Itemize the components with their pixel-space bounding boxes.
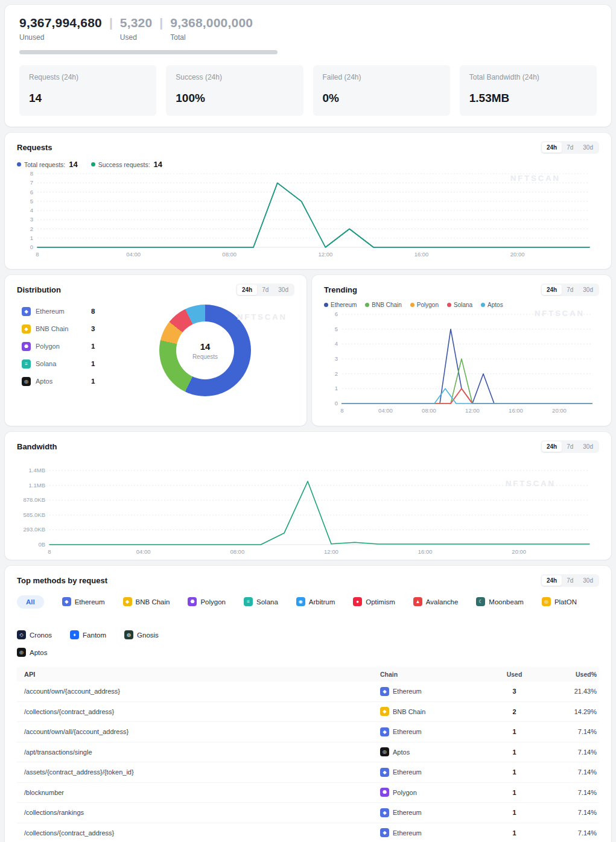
chain-filter-ethereum[interactable]: ◆Ethereum <box>62 594 105 609</box>
chain-filter-polygon[interactable]: ⬣Polygon <box>188 594 226 609</box>
legend-dot <box>447 303 451 307</box>
range-24h-button[interactable]: 24h <box>542 142 562 153</box>
svg-text:12:00: 12:00 <box>319 251 333 258</box>
legend-label: BNB Chain <box>372 302 401 308</box>
ethereum-icon: ◆ <box>380 828 389 837</box>
chain-filter-gnosis[interactable]: ◍Gnosis <box>124 627 159 642</box>
range-30d-button[interactable]: 30d <box>273 285 293 295</box>
svg-text:585.0KB: 585.0KB <box>24 511 45 518</box>
chain-filter-all[interactable]: All <box>17 595 44 609</box>
table-row: /collections/{contract_address}◆Ethereum… <box>17 823 599 842</box>
stat-label: Total Bandwidth (24h) <box>469 73 587 81</box>
bnb-chain-icon: ◆ <box>123 597 132 606</box>
chain-filter-cronos[interactable]: ◇Cronos <box>17 627 52 642</box>
chain-filter-row-2: ◎Aptos <box>17 645 599 660</box>
cell-used: 1 <box>483 789 546 796</box>
chain-name: Aptos <box>393 749 410 756</box>
range-24h-button[interactable]: 24h <box>542 575 562 586</box>
stat-value: 1.53MB <box>469 92 587 105</box>
svg-text:1.1MB: 1.1MB <box>29 482 45 489</box>
ethereum-icon: ◆ <box>380 768 389 777</box>
range-24h-button[interactable]: 24h <box>542 285 562 295</box>
range-7d-button[interactable]: 7d <box>257 285 273 295</box>
cell-used-pct: 14.29% <box>546 708 599 715</box>
stat-label: Requests (24h) <box>29 73 147 81</box>
range-24h-button[interactable]: 24h <box>237 285 257 295</box>
table-row: /collections/{contract_address}◆BNB Chai… <box>17 702 599 723</box>
range-7d-button[interactable]: 7d <box>562 575 578 586</box>
range-7d-button[interactable]: 7d <box>562 285 578 295</box>
legend-value: 14 <box>154 160 162 169</box>
range-30d-button[interactable]: 30d <box>578 575 598 586</box>
chain-count: 1 <box>91 378 95 385</box>
header-used: Used <box>483 671 546 678</box>
cell-used-pct: 7.14% <box>546 749 599 756</box>
bandwidth-panel: Bandwidth 24h7d30d 0B293.0KB585.0KB878.0… <box>5 432 611 560</box>
cell-used: 1 <box>483 829 546 837</box>
range-30d-button[interactable]: 30d <box>578 442 598 452</box>
svg-text:5: 5 <box>30 198 33 204</box>
chip-label: Cronos <box>30 632 52 639</box>
ethereum-icon: ◆ <box>380 808 389 817</box>
chain-name: Ethereum <box>36 308 91 315</box>
stat-cards: Requests (24h)14Success (24h)100%Failed … <box>19 65 597 116</box>
distribution-legend-item: ≡Solana1 <box>22 359 132 369</box>
range-7d-button[interactable]: 7d <box>562 142 578 153</box>
chip-label: Polygon <box>200 598 226 606</box>
svg-text:16:00: 16:00 <box>509 407 523 414</box>
moonbeam-icon: ☾ <box>476 597 485 606</box>
trending-legend-item: BNB Chain <box>365 302 401 308</box>
cell-chain: ◆BNB Chain <box>380 707 483 716</box>
chain-filter-platon[interactable]: ◎PlatON <box>542 594 577 609</box>
chip-label: Solana <box>256 598 278 606</box>
svg-text:1.4MB: 1.4MB <box>29 467 45 473</box>
svg-text:04:00: 04:00 <box>378 407 393 414</box>
chain-filter-aptos[interactable]: ◎Aptos <box>17 645 47 660</box>
summary-value: 9,368,000,000 <box>170 16 253 30</box>
svg-text:6: 6 <box>30 189 33 195</box>
cell-api: /apt/transactions/single <box>17 749 380 756</box>
cell-used-pct: 7.14% <box>546 728 599 735</box>
svg-text:12:00: 12:00 <box>324 548 338 555</box>
chain-name: Ethereum <box>393 768 422 776</box>
polygon-icon: ⬣ <box>380 788 389 797</box>
range-30d-button[interactable]: 30d <box>578 142 598 153</box>
chain-name: Aptos <box>36 378 91 385</box>
chain-filter-fantom[interactable]: ♦Fantom <box>70 627 106 642</box>
chain-filter-optimism[interactable]: ●Optimism <box>353 594 395 609</box>
svg-text:878.0KB: 878.0KB <box>24 496 45 503</box>
legend-dot <box>365 303 369 307</box>
chain-filter-moonbeam[interactable]: ☾Moonbeam <box>476 594 524 609</box>
polygon-icon: ⬣ <box>22 342 31 351</box>
trending-legend-item: Polygon <box>410 302 439 308</box>
legend-item: Total requests:14 <box>17 160 78 169</box>
svg-text:08:00: 08:00 <box>422 407 436 414</box>
table-row: /account/own/{account_address}◆Ethereum3… <box>17 682 599 702</box>
trending-range-toggle: 24h7d30d <box>541 283 599 296</box>
range-24h-button[interactable]: 24h <box>542 442 562 452</box>
trending-legend-item: Ethereum <box>324 302 357 308</box>
chip-label: Moonbeam <box>489 598 524 606</box>
range-7d-button[interactable]: 7d <box>562 442 578 452</box>
svg-text:08:00: 08:00 <box>230 548 244 555</box>
cell-chain: ◆Ethereum <box>380 768 483 777</box>
stat-label: Success (24h) <box>176 73 293 81</box>
svg-text:8: 8 <box>30 170 33 177</box>
table-row: /account/own/all/{account_address}◆Ether… <box>17 722 599 742</box>
svg-text:16:00: 16:00 <box>418 548 433 555</box>
legend-dot <box>410 303 414 307</box>
bandwidth-title: Bandwidth <box>17 442 57 451</box>
cell-chain: ◆Ethereum <box>380 828 483 837</box>
trending-panel: Trending 24h7d30d EthereumBNB ChainPolyg… <box>312 275 611 426</box>
chain-filter-bnb-chain[interactable]: ◆BNB Chain <box>123 594 170 609</box>
chain-filter-avalanche[interactable]: ▲Avalanche <box>413 594 459 609</box>
bnb-chain-icon: ◆ <box>22 324 31 334</box>
chain-filter-solana[interactable]: ≡Solana <box>244 594 278 609</box>
chip-label: Optimism <box>366 598 395 606</box>
range-30d-button[interactable]: 30d <box>578 285 598 295</box>
svg-text:8: 8 <box>48 548 51 555</box>
cell-used: 3 <box>483 688 546 695</box>
chain-filter-arbitrum[interactable]: ◉Arbitrum <box>296 594 335 609</box>
requests-legend: Total requests:14Success requests:14 <box>17 160 599 169</box>
chip-label: Fantom <box>83 632 106 639</box>
